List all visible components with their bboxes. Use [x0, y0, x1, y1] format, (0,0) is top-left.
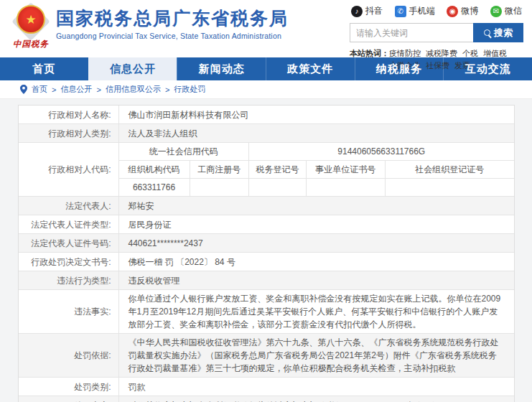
site-title: 国家税务总局广东省税务局	[56, 8, 289, 29]
search-button[interactable]: 搜索	[473, 23, 523, 42]
wechat-icon: ✉	[490, 6, 502, 17]
douyin-link[interactable]: ♪ 抖音	[351, 5, 383, 17]
row-label: 行政相对人类别:	[19, 124, 119, 142]
table-row: 违法事实: 你单位通过个人银行账户发放工资、奖金和离职补偿金没有按规定如实在账上…	[19, 290, 514, 334]
row-label: 法定代表人:	[19, 197, 119, 215]
table-row: 法定代表人证件类型: 居民身份证	[19, 215, 514, 234]
id-type-value: 居民身份证	[119, 215, 514, 233]
table-row: 处罚内容: 对你单位应扣未扣个人所得税的行为处以应扣未扣的税款526656.43…	[19, 396, 514, 402]
breadcrumb-credit-publicity[interactable]: 信用信息双公示	[106, 84, 161, 95]
national-emblem-icon: ★	[11, 4, 50, 38]
party-type-value: 法人及非法人组织	[119, 124, 514, 142]
weibo-link[interactable]: ◉ 微博	[447, 5, 478, 17]
site-logo: ★ 中国税务	[10, 0, 52, 57]
legal-rep-value: 郑祐安	[119, 197, 514, 215]
social-org-cert-value	[386, 179, 514, 196]
logo-calligraphy: 中国税务	[10, 39, 52, 50]
breadcrumb-home[interactable]: 首页	[32, 84, 47, 95]
search-button-label: 搜索	[494, 27, 513, 39]
row-label: 处罚内容:	[19, 396, 119, 402]
main-nav: 首页 信息公开 新闻动态 政策文件 纳税服务 互动交流	[0, 57, 532, 80]
party-code-grid: 统一社会信用代码 91440605663311766G 组织机构代码 工商注册号…	[119, 143, 514, 196]
row-label: 法定代表人证件号码:	[19, 234, 119, 252]
row-label: 处罚依据:	[19, 334, 119, 377]
douyin-label: 抖音	[365, 5, 383, 17]
penalty-basis-value: 《中华人民共和国税收征收管理法》第六十九条、第八十六条、《广东省税务系统规范税务…	[119, 334, 514, 377]
breadcrumb-separator: >	[165, 85, 169, 94]
row-label: 违法行为类型:	[19, 271, 119, 289]
penalty-content-value: 对你单位应扣未扣个人所得税的行为处以应扣未扣的税款526656.43元0.5倍的…	[119, 396, 514, 402]
site-header: ★ 中国税务 国家税务总局广东省税务局 Guangdong Provincial…	[0, 0, 532, 57]
table-row: 行政相对人类别: 法人及非法人组织	[19, 124, 514, 143]
credit-code-value: 91440605663311766G	[249, 143, 514, 160]
emblem-wrap: ★ 中国税务	[10, 4, 52, 57]
row-label: 行政处罚决定文书号:	[19, 253, 119, 271]
search-icon	[484, 29, 490, 36]
code-headers-subrow: 组织机构代码 工商注册号 税务登记号 事业单位证书号 社会组织登记证号	[119, 161, 514, 179]
nav-item-tax-service[interactable]: 纳税服务	[355, 57, 444, 80]
credit-code-subrow: 统一社会信用代码 91440605663311766G	[119, 143, 514, 161]
mobile-app-link[interactable]: ✆ 手机端	[395, 5, 435, 17]
institution-cert-value	[307, 179, 386, 196]
tax-reg-value	[249, 179, 307, 196]
row-label: 违法事实:	[19, 290, 119, 333]
wechat-link[interactable]: ✉ 微信	[490, 5, 522, 17]
penalty-category-value: 罚款	[119, 378, 514, 396]
site-subtitle: Guangdong Provincial Tax Service, State …	[56, 32, 289, 40]
row-label: 行政相对人名称:	[19, 106, 119, 123]
header-utilities: ♪ 抖音 ✆ 手机端 ◉ 微博 ✉ 微信 搜索 本站热词：	[350, 0, 523, 57]
row-label: 法定代表人证件类型:	[19, 215, 119, 233]
violation-type-value: 违反税收管理	[119, 271, 514, 289]
breadcrumb-admin-penalty[interactable]: 行政处罚	[174, 84, 205, 95]
row-label: 处罚类别:	[19, 378, 119, 396]
mobile-icon: ✆	[395, 6, 406, 17]
mobile-label: 手机端	[409, 5, 435, 17]
table-row: 违法行为类型: 违反税收管理	[19, 271, 514, 290]
table-row: 处罚依据: 《中华人民共和国税收征收管理法》第六十九条、第八十六条、《广东省税务…	[19, 334, 514, 378]
nav-item-news[interactable]: 新闻动态	[177, 57, 266, 80]
title-block: 国家税务总局广东省税务局 Guangdong Provincial Tax Se…	[56, 0, 289, 57]
business-reg-header: 工商注册号	[190, 161, 250, 178]
site-search: 搜索	[350, 23, 523, 42]
penalty-detail-table: 行政相对人名称: 佛山市润田新材料科技有限公司 行政相对人类别: 法人及非法人组…	[18, 105, 515, 402]
nav-item-policy[interactable]: 政策文件	[266, 57, 355, 80]
nav-item-home[interactable]: 首页	[0, 57, 88, 80]
table-row: 行政相对人名称: 佛山市润田新材料科技有限公司	[19, 106, 514, 124]
org-code-header: 组织机构代码	[119, 161, 190, 178]
wechat-label: 微信	[505, 5, 522, 17]
breadcrumb-separator: >	[96, 85, 101, 94]
code-values-subrow: 663311766	[119, 179, 514, 196]
business-reg-value	[190, 179, 250, 196]
emblem-star-icon: ★	[17, 5, 45, 34]
social-org-cert-header: 社会组织登记证号	[386, 161, 514, 178]
search-input[interactable]	[350, 23, 473, 42]
quick-links: ♪ 抖音 ✆ 手机端 ◉ 微博 ✉ 微信	[350, 5, 523, 17]
breadcrumb-info-disclosure[interactable]: 信息公开	[60, 84, 92, 95]
credit-code-label: 统一社会信用代码	[119, 143, 250, 160]
weibo-label: 微博	[461, 5, 478, 17]
row-label: 行政相对人代码:	[19, 143, 119, 196]
douyin-icon: ♪	[351, 6, 363, 17]
decision-doc-number-value: 佛税一稽 罚 〔2022〕 84 号	[119, 253, 514, 271]
table-row: 法定代表人证件号码: 440621********2437	[19, 234, 514, 253]
org-code-value: 663311766	[119, 179, 190, 196]
tax-reg-header: 税务登记号	[249, 161, 307, 178]
table-row: 法定代表人: 郑祐安	[19, 197, 514, 215]
id-number-value: 440621********2437	[119, 234, 514, 252]
location-pin-icon	[20, 85, 27, 94]
party-code-row: 行政相对人代码: 统一社会信用代码 91440605663311766G 组织机…	[19, 143, 514, 197]
violation-facts-value: 你单位通过个人银行账户发放工资、奖金和离职补偿金没有按规定如实在账上记载。你单位…	[119, 290, 514, 333]
breadcrumb: 首页 > 信息公开 > 信用信息双公示 > 行政处罚	[0, 80, 532, 99]
weibo-icon: ◉	[447, 6, 458, 17]
table-row: 处罚类别: 罚款	[19, 378, 514, 396]
content-area: 行政相对人名称: 佛山市润田新材料科技有限公司 行政相对人类别: 法人及非法人组…	[0, 99, 532, 402]
breadcrumb-separator: >	[52, 85, 56, 94]
nav-item-info-disclosure[interactable]: 信息公开	[88, 57, 177, 80]
party-name-value: 佛山市润田新材料科技有限公司	[119, 106, 514, 123]
institution-cert-header: 事业单位证书号	[307, 161, 386, 178]
table-row: 行政处罚决定文书号: 佛税一稽 罚 〔2022〕 84 号	[19, 253, 514, 271]
nav-item-interaction[interactable]: 互动交流	[443, 57, 532, 80]
